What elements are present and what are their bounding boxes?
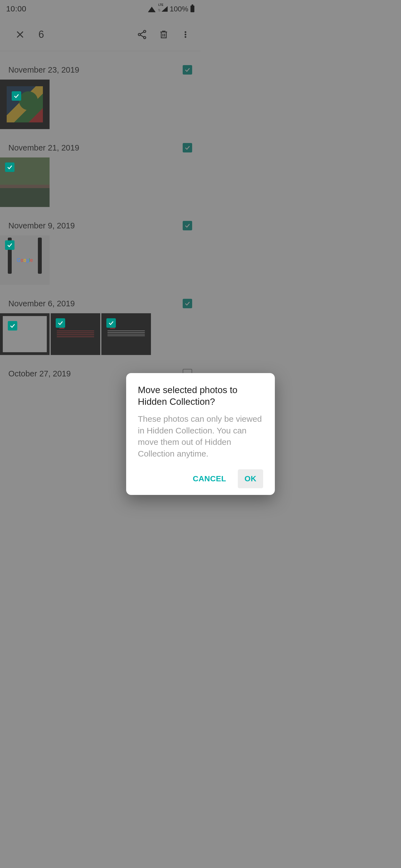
check-icon xyxy=(7,242,13,248)
dialog-body: These photos can only be viewed in Hidde… xyxy=(138,413,200,434)
photo-checkbox[interactable] xyxy=(8,321,17,331)
photo-checkbox[interactable] xyxy=(106,318,116,328)
check-icon xyxy=(9,323,16,329)
photo-checkbox[interactable] xyxy=(5,240,15,250)
check-icon xyxy=(13,93,20,99)
photo-checkbox[interactable] xyxy=(12,91,21,101)
photo-checkbox[interactable] xyxy=(5,162,15,172)
check-icon xyxy=(7,164,13,170)
google-logo: Google xyxy=(17,257,33,263)
hide-photos-dialog: Move selected photos to Hidden Collectio… xyxy=(126,373,200,434)
dialog-scrim[interactable]: Move selected photos to Hidden Collectio… xyxy=(0,0,200,434)
check-icon xyxy=(57,320,63,326)
dialog-title: Move selected photos to Hidden Collectio… xyxy=(138,384,200,408)
photo-checkbox[interactable] xyxy=(56,318,65,328)
check-icon xyxy=(108,320,114,326)
